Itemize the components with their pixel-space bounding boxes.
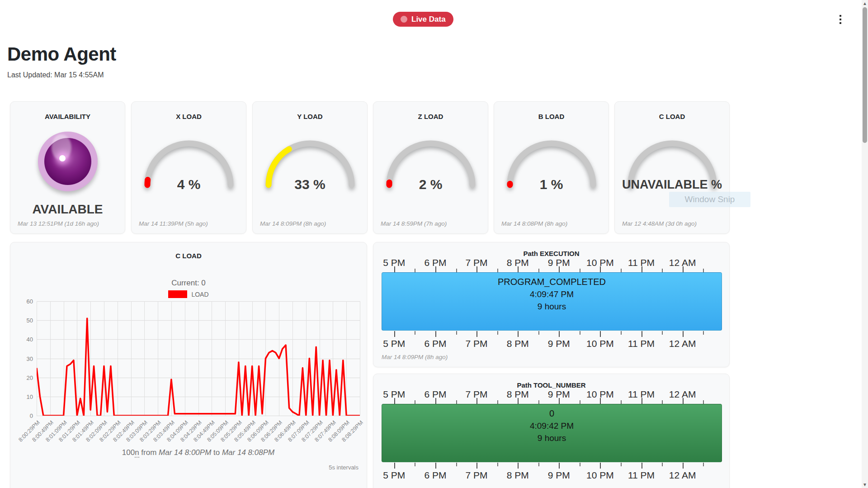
minor-tick <box>662 400 663 404</box>
major-tick <box>559 266 560 272</box>
scrollbar-down-icon[interactable]: ▼ <box>862 482 868 487</box>
gauge-value: 1 % <box>540 177 563 192</box>
major-tick <box>435 266 436 272</box>
major-tick <box>518 266 519 272</box>
major-tick <box>394 266 395 272</box>
live-data-badge[interactable]: Live Data <box>393 12 453 27</box>
window-snip-ghost: Window Snip <box>669 192 750 207</box>
minor-tick <box>497 269 498 272</box>
chart-legend[interactable]: LOAD <box>10 290 367 298</box>
chart-title: C LOAD <box>10 252 367 260</box>
timeline-bar-execution[interactable]: PROGRAM_COMPLETED 4:09:47 PM 9 hours <box>382 272 722 331</box>
c-load-chart-card: C LOAD Current: 0 LOAD 01020304050608:00… <box>10 242 367 488</box>
caption-value: 100 <box>122 448 135 457</box>
major-tick <box>518 398 519 404</box>
minor-tick <box>662 331 663 335</box>
minor-tick <box>497 463 498 466</box>
minor-tick <box>415 269 415 272</box>
y-tick-label: 60 <box>27 298 33 305</box>
hour-label: 12 AM <box>669 338 696 349</box>
major-tick <box>394 331 395 337</box>
major-tick <box>600 331 601 337</box>
timeline-card-execution: Path EXECUTION 5 PM6 PM7 PM8 PM9 PM10 PM… <box>373 242 730 367</box>
minor-tick <box>456 331 457 335</box>
major-tick <box>642 463 642 469</box>
vertical-scrollbar[interactable]: ▲ ▼ <box>862 0 868 488</box>
y-tick-label: 0 <box>30 412 33 419</box>
gauge-title: X LOAD <box>132 113 246 120</box>
timeline-bar-duration: 9 hours <box>382 300 722 313</box>
hour-label: 8 PM <box>507 338 529 349</box>
availability-status: AVAILABLE <box>10 202 125 217</box>
major-tick <box>476 266 477 272</box>
scrollbar-thumb[interactable] <box>863 7 867 143</box>
minor-tick <box>621 331 622 335</box>
major-tick <box>394 398 395 404</box>
major-tick <box>435 331 436 337</box>
timeline-title: Path TOOL_NUMBER <box>373 381 729 389</box>
gauge-value: 33 % <box>294 177 325 192</box>
minor-tick <box>580 331 580 335</box>
gauge-card-z-load: Z LOAD 2 % Mar 14 8:59PM (7h ago) <box>373 101 488 234</box>
last-updated-text: Last Updated: Mar 15 4:55AM <box>7 71 104 79</box>
gauge-card-availability: AVAILABILITY AVAILABLE Mar 13 12:51PM (1… <box>10 101 125 234</box>
timeline-bar-start-time: 4:09:42 PM <box>382 420 722 432</box>
timeline-timestamp: Mar 14 8:09PM (8h ago) <box>382 354 448 360</box>
minor-tick <box>415 400 415 404</box>
timeline-title: Path EXECUTION <box>373 250 729 257</box>
caption-start-date: Mar 14 8:00PM <box>159 448 211 457</box>
major-tick <box>642 266 642 272</box>
gauge-value: 2 % <box>419 177 443 192</box>
minor-tick <box>538 331 539 335</box>
y-tick-label: 20 <box>27 374 33 381</box>
gauge-card-x-load: X LOAD 4 % Mar 14 11:39PM (5h ago) <box>131 101 246 234</box>
gauge-value: 4 % <box>177 177 201 192</box>
gauge-timestamp: Mar 14 8:08PM (8h ago) <box>501 220 567 227</box>
hour-label: 8 PM <box>507 470 529 481</box>
timeline-ticks-bottom <box>382 331 722 337</box>
minor-tick <box>415 463 415 466</box>
chart-interval-note: 5s intervals <box>329 464 359 471</box>
major-tick <box>476 398 477 404</box>
minor-tick <box>580 269 580 272</box>
timeline-bar-status: 0 <box>382 407 722 420</box>
hour-label: 7 PM <box>466 338 488 349</box>
major-tick <box>476 331 477 337</box>
major-tick <box>600 463 601 469</box>
minor-tick <box>538 463 539 466</box>
major-tick <box>683 398 684 404</box>
minor-tick <box>456 463 457 466</box>
line-chart-plot-area[interactable]: 01020304050608:00:29PM8:00:49PM8:01:09PM… <box>37 301 360 416</box>
major-tick <box>435 398 436 404</box>
hour-label: 10 PM <box>586 338 614 349</box>
gauge-title: C LOAD <box>615 113 729 120</box>
v-gridline <box>360 301 360 416</box>
y-tick-label: 30 <box>27 355 33 362</box>
kebab-menu-icon[interactable] <box>837 14 844 25</box>
scrollbar-up-icon[interactable]: ▲ <box>862 1 868 6</box>
hour-label: 6 PM <box>424 338 446 349</box>
gauge-timestamp: Mar 13 12:51PM (1d 16h ago) <box>18 220 99 227</box>
hour-label: 10 PM <box>586 470 614 481</box>
hour-label: 12 AM <box>669 470 696 481</box>
gauge-value: UNAVAILABLE % <box>622 178 722 192</box>
minor-tick <box>580 400 580 404</box>
gauge-title: AVAILABILITY <box>10 113 125 120</box>
y-tick-label: 50 <box>27 317 33 324</box>
y-tick-label: 40 <box>27 336 33 343</box>
timeline-bar-status: PROGRAM_COMPLETED <box>382 276 722 288</box>
gauge-timestamp: Mar 14 8:09PM (8h ago) <box>260 220 326 227</box>
gauge-card-b-load: B LOAD 1 % Mar 14 8:08PM (8h ago) <box>494 101 609 234</box>
chart-caption: 100n from Mar 14 8:00PM to Mar 14 8:08PM <box>37 448 360 457</box>
major-tick <box>394 463 395 469</box>
major-tick <box>600 266 601 272</box>
live-status-dot-icon <box>401 16 407 23</box>
timeline-bar-tool-number[interactable]: 0 4:09:42 PM 9 hours <box>382 404 722 462</box>
minor-tick <box>662 269 663 272</box>
timeline-ticks-bottom <box>382 463 722 469</box>
legend-swatch-icon <box>168 290 187 298</box>
major-tick <box>559 463 560 469</box>
timeline-axis-bottom: 5 PM6 PM7 PM8 PM9 PM10 PM11 PM12 AM <box>382 338 722 350</box>
timeline-bar-start-time: 4:09:47 PM <box>382 288 722 300</box>
major-tick <box>642 331 642 337</box>
